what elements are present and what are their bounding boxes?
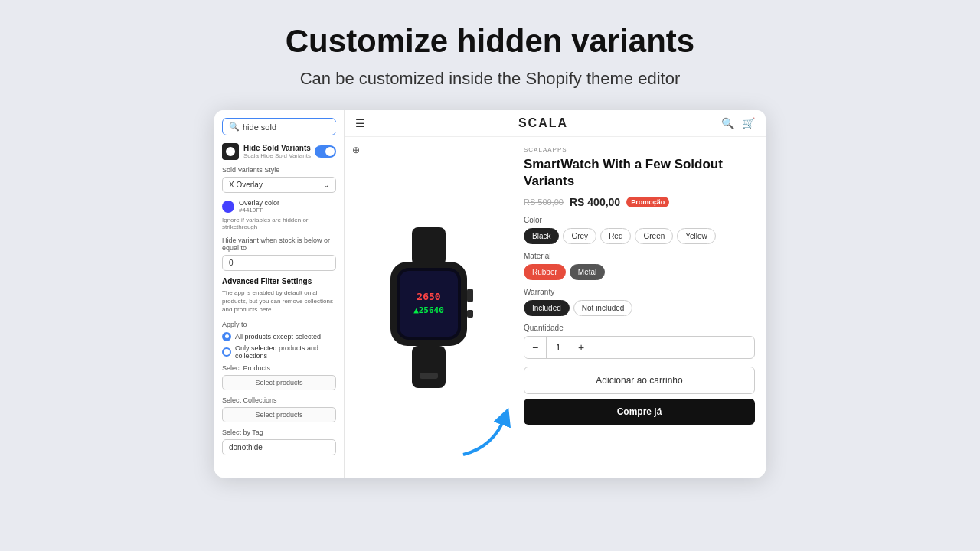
svg-rect-8 (467, 310, 473, 318)
quantity-decrease-btn[interactable]: − (524, 337, 546, 358)
quantity-control: − 1 + (524, 336, 755, 359)
color-options: Black Grey Red Green Yellow (524, 228, 755, 244)
cart-icon[interactable]: 🛒 (742, 117, 755, 129)
page-subtitle: Can be customized inside the Shopify the… (300, 69, 681, 89)
svg-rect-7 (467, 289, 473, 302)
hamburger-icon[interactable]: ☰ (355, 117, 365, 129)
color-red-btn[interactable]: Red (600, 228, 631, 244)
select-by-tag-label: Select by Tag (222, 429, 336, 436)
warranty-included-btn[interactable]: Included (524, 300, 570, 316)
warranty-not-included-btn[interactable]: Not included (573, 300, 633, 316)
setting-name: Hide Sold Variants (243, 144, 315, 152)
radio-all-icon (222, 332, 231, 341)
radio-selected-label: Only selected products and collections (235, 344, 336, 360)
search-icon[interactable]: 🔍 (721, 117, 734, 129)
svg-rect-9 (420, 373, 438, 379)
color-label: Color (524, 216, 755, 224)
sold-variants-style-select[interactable]: X Overlay ⌄ (222, 177, 336, 193)
product-image: 2650 ▲25640 (368, 227, 490, 388)
material-options: Rubber Metal (524, 264, 755, 280)
brand-label: SCALAAPPS (524, 146, 755, 153)
setting-icon (222, 143, 239, 160)
buy-now-btn[interactable]: Compre já (524, 399, 755, 425)
warranty-label: Warranty (524, 288, 755, 296)
overlay-ignore-text: Ignore if variables are hidden or strike… (222, 217, 336, 230)
search-bar[interactable]: 🔍 ✕ (222, 118, 336, 135)
header-icons: 🔍 🛒 (721, 117, 755, 129)
quantity-section: Quantidade − 1 + (524, 324, 755, 359)
product-image-area: ⊕ 2650 ▲25640 (345, 137, 513, 478)
price-old: RS 500,00 (524, 197, 564, 207)
add-to-cart-btn[interactable]: Adicionar ao carrinho (524, 367, 755, 394)
select-collections-label: Select Collections (222, 396, 336, 404)
apply-selected-radio[interactable]: Only selected products and collections (222, 344, 336, 360)
svg-rect-3 (400, 271, 458, 337)
search-icon: 🔍 (229, 122, 240, 132)
sold-variants-style-label: Sold Variants Style (222, 166, 336, 174)
tag-input[interactable] (222, 439, 336, 455)
hide-variant-label: Hide variant when stock is below or equa… (222, 236, 336, 252)
advanced-settings-title: Advanced Filter Settings (222, 277, 336, 285)
hide-sold-variants-row: Hide Sold Variants Scala Hide Sold Varia… (222, 143, 336, 160)
zoom-icon[interactable]: ⊕ (352, 145, 360, 155)
select-products-btn[interactable]: Select products (222, 375, 336, 390)
select-products-label: Select Products (222, 364, 336, 372)
color-yellow-btn[interactable]: Yellow (677, 228, 716, 244)
material-rubber-btn[interactable]: Rubber (524, 264, 566, 280)
main-container: 🔍 ✕ Hide Sold Variants Scala Hide Sold V… (214, 110, 766, 478)
overlay-color-row: Overlay color #4410FF (222, 199, 336, 214)
apply-all-radio[interactable]: All products except selected (222, 332, 336, 341)
product-details: SCALAAPPS SmartWatch With a Few Soldout … (513, 137, 766, 478)
overlay-color-label: Overlay color (239, 199, 279, 207)
svg-rect-6 (412, 346, 446, 388)
right-panel: ☰ SCALA 🔍 🛒 ⊕ (345, 110, 766, 478)
color-green-btn[interactable]: Green (635, 228, 673, 244)
quantity-value: 1 (546, 337, 570, 358)
page-title: Customize hidden variants (286, 23, 694, 60)
quantity-label: Quantidade (524, 324, 755, 332)
product-title: SmartWatch With a Few Soldout Variants (524, 156, 755, 190)
color-variant-section: Color Black Grey Red Green Yellow (524, 216, 755, 244)
warranty-options: Included Not included (524, 300, 755, 316)
svg-rect-0 (412, 227, 446, 266)
color-black-btn[interactable]: Black (524, 228, 559, 244)
svg-text:▲25640: ▲25640 (413, 305, 444, 315)
warranty-variant-section: Warranty Included Not included (524, 288, 755, 316)
svg-text:2650: 2650 (416, 291, 440, 302)
sold-variants-style-value: X Overlay (229, 181, 263, 189)
store-header: ☰ SCALA 🔍 🛒 (345, 110, 766, 137)
price-new: RS 400,00 (570, 196, 620, 208)
left-panel: 🔍 ✕ Hide Sold Variants Scala Hide Sold V… (214, 110, 345, 478)
hide-variant-input[interactable] (222, 255, 336, 271)
apply-to-label: Apply to (222, 321, 336, 328)
price-row: RS 500,00 RS 400,00 Promoção (524, 196, 755, 208)
advanced-settings-desc: The app is enabled by default on all pro… (222, 289, 336, 315)
store-logo: SCALA (365, 116, 721, 130)
material-label: Material (524, 252, 755, 260)
toggle-switch[interactable] (315, 145, 336, 158)
select-collections-btn[interactable]: Select products (222, 407, 336, 422)
radio-all-label: All products except selected (235, 333, 321, 341)
setting-text: Hide Sold Variants Scala Hide Sold Varia… (243, 144, 315, 159)
search-input[interactable] (243, 122, 345, 132)
arrow-graphic (456, 401, 517, 462)
color-grey-btn[interactable]: Grey (563, 228, 596, 244)
store-content: ⊕ 2650 ▲25640 (345, 137, 766, 478)
material-variant-section: Material Rubber Metal (524, 252, 755, 280)
quantity-increase-btn[interactable]: + (570, 337, 592, 358)
setting-sub: Scala Hide Sold Variants (243, 152, 315, 159)
overlay-color-swatch[interactable] (222, 201, 234, 213)
overlay-color-hex: #4410FF (239, 207, 279, 214)
radio-selected-icon (222, 347, 231, 357)
chevron-down-icon: ⌄ (323, 181, 329, 189)
material-metal-btn[interactable]: Metal (570, 264, 605, 280)
promo-badge: Promoção (626, 197, 669, 207)
